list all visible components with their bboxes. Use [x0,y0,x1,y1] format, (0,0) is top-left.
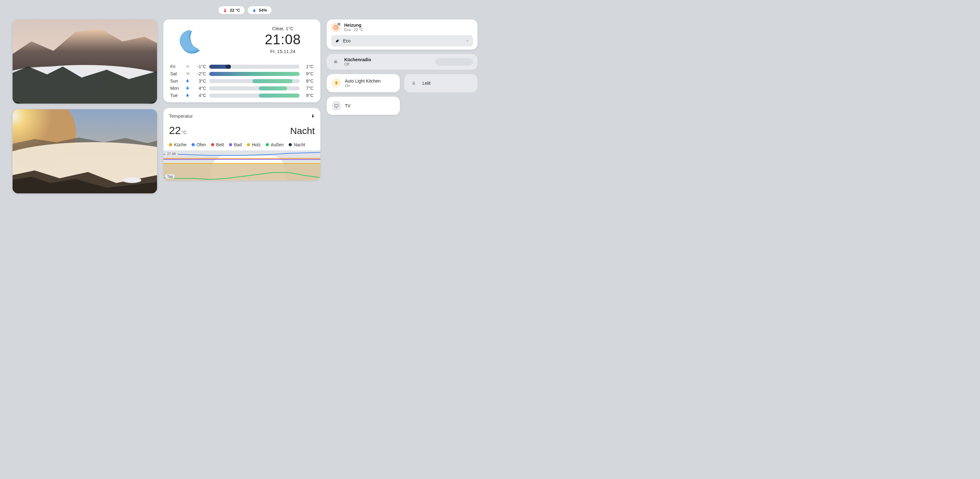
photo-column [13,19,157,194]
thermometer-icon [223,8,228,13]
legend-dot [229,143,232,146]
tv-card[interactable]: TV [327,97,400,115]
legend-label: Küche [174,142,186,147]
temperature-title: Temperatur [169,113,193,119]
chip-temperature[interactable]: 22 °C [219,6,245,14]
forecast-day: Sat [170,71,183,76]
heating-card[interactable]: Heizung Eco · 22 °C Eco [327,19,477,49]
legend-label: Bad [234,142,242,147]
forecast-bar [209,72,300,76]
forecast-high: 9°C [302,93,313,98]
weather-icon [185,93,190,98]
forecast-low: 4°C [194,93,207,98]
moon-icon [175,28,204,56]
status-badge-icon [337,22,341,26]
forecast-row[interactable]: Sun 3°C 8°C [170,78,313,84]
weather-icon [185,78,190,84]
forecast-high: 8°C [302,78,313,84]
photo-card-1[interactable] [13,19,157,103]
leaf-icon [335,38,340,43]
legend-dot [169,143,172,146]
forecast-bar [209,79,300,83]
autolight-card[interactable]: Auto Light Kitchen On [327,74,400,92]
legend-label: Bett [216,142,224,147]
legend-label: Ofen [197,142,206,147]
chart-x-label: Tag [165,174,175,179]
forecast-low: -1°C [194,64,207,69]
forecast-row[interactable]: Sat -2°C 9°C [170,71,313,76]
forecast-high: 7°C [302,86,313,91]
coffee-icon [409,78,419,88]
forecast-day: Fri [170,64,183,69]
temperature-card[interactable]: Temperatur 22°C Nacht KücheOfenBettBadHo… [163,108,320,181]
radio-slider[interactable] [435,58,473,66]
tv-name: TV [345,103,350,108]
svg-point-10 [336,62,337,62]
lelit-name: Lelit [422,81,431,86]
heating-sub: Eco · 22 °C [344,28,473,32]
legend-item[interactable]: Küche [169,142,186,147]
forecast-list: Fri -1°C 1°C Sat -2°C 9°C Sun 3°C 8°C Mo… [170,64,313,98]
svg-rect-13 [413,82,414,83]
legend-item[interactable]: Außen [266,142,284,147]
clock: 21:08 [265,32,301,48]
temperature-value: 22°C [169,124,187,136]
legend-item[interactable]: Ofen [192,142,206,147]
tv-icon [332,101,341,111]
legend-item[interactable]: Holz [247,142,261,147]
legend-item[interactable]: Nacht [289,142,305,147]
right-column: Heizung Eco · 22 °C Eco [327,19,477,115]
legend-dot [211,143,214,146]
forecast-day: Tue [170,93,183,98]
chart-y-label: 27.98 [165,152,178,156]
weather-icon [185,64,190,69]
forecast-row[interactable]: Tue 4°C 9°C [170,93,313,98]
legend-item[interactable]: Bad [229,142,242,147]
chevron-down-icon [466,39,469,43]
heating-icon [331,22,340,32]
lelit-card[interactable]: Lelit [404,74,477,92]
radio-icon [331,57,340,67]
svg-rect-11 [336,84,337,85]
chip-temperature-value: 22 °C [230,8,240,13]
radio-name: Küchenradio [344,57,431,62]
heating-mode-select[interactable]: Eco [331,35,473,46]
forecast-bar [209,86,300,90]
forecast-low: -2°C [194,71,207,76]
legend-item[interactable]: Bett [211,142,224,147]
weather-condition: Clear, 1°C [265,26,301,31]
forecast-day: Mon [170,86,183,91]
legend-label: Außen [271,142,284,147]
legend-dot [192,143,195,146]
legend-dot [266,143,269,146]
radio-card[interactable]: Küchenradio Off [327,54,477,70]
svg-rect-14 [335,105,338,107]
center-column: Clear, 1°C 21:08 Fr, 15.11.24 Fri -1°C 1… [163,19,320,181]
forecast-bar [209,94,300,98]
weather-icon [185,71,190,76]
forecast-row[interactable]: Fri -1°C 1°C [170,64,313,69]
legend-label: Holz [252,142,261,147]
thermometer-icon [311,113,315,119]
weather-card[interactable]: Clear, 1°C 21:08 Fr, 15.11.24 Fri -1°C 1… [163,19,320,102]
date: Fr, 15.11.24 [265,49,301,54]
chip-humidity[interactable]: 54% [248,6,271,14]
forecast-high: 1°C [302,64,313,69]
autolight-name: Auto Light Kitchen [345,78,395,84]
top-sensor-chips: 22 °C 54% [219,6,272,14]
autolight-sub: On [345,84,395,88]
humidity-icon [252,8,256,13]
forecast-high: 9°C [302,71,313,76]
forecast-bar [209,65,300,69]
temperature-state: Nacht [290,125,315,136]
forecast-low: 3°C [194,78,207,84]
lightbulb-icon [332,78,341,88]
heating-mode-label: Eco [343,38,350,43]
forecast-row[interactable]: Mon 4°C 7°C [170,86,313,91]
temperature-chart: 27.98 Tag [163,151,320,181]
legend-dot [247,143,250,146]
svg-point-6 [123,178,142,183]
photo-card-2[interactable] [13,109,157,194]
chip-humidity-value: 54% [259,8,267,13]
dashboard-canvas: 22 °C 54% [6,6,484,234]
